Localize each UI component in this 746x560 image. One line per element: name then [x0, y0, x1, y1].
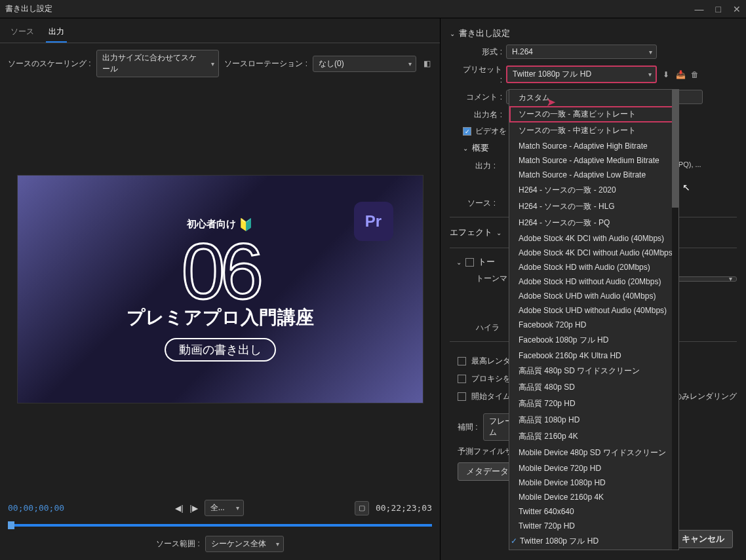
interpolation-label: 補間 :: [458, 422, 478, 433]
step-back-icon[interactable]: ◀|: [175, 504, 183, 513]
tone-checkbox[interactable]: [465, 258, 474, 267]
step-forward-icon[interactable]: |▶: [190, 504, 198, 513]
left-panel: ソース 出力 ソースのスケーリング : 出力サイズに合わせてスケール ソースロー…: [0, 18, 441, 560]
preset-option[interactable]: Twitter 640x640: [509, 504, 678, 519]
crop-icon[interactable]: ◧: [422, 58, 432, 69]
maximize-button[interactable]: □: [716, 4, 721, 14]
source-controls-row: ソースのスケーリング : 出力サイズに合わせてスケール ソースローテーション :…: [0, 43, 440, 84]
tab-output[interactable]: 出力: [46, 24, 67, 43]
output-summary-label: 出力 :: [463, 159, 496, 172]
highlight-label: ハイラ: [476, 322, 500, 333]
preset-option[interactable]: H264 - ソースの一致 - HLG: [509, 198, 678, 215]
tab-source[interactable]: ソース: [8, 24, 37, 43]
dropdown-scrollbar-thumb[interactable]: [672, 90, 678, 208]
window-title: 書き出し設定: [5, 3, 695, 14]
preset-option[interactable]: ソースの一致 - 中速ビットレート: [509, 122, 678, 139]
comment-label: コメント :: [463, 92, 502, 103]
preset-option[interactable]: Twitter 1080p フル HD: [509, 533, 678, 550]
range-label: ソース範囲 :: [156, 538, 200, 550]
max-render-label: 最高レンダ: [471, 356, 511, 367]
preview-area: Pr 初心者向け🔰 06 プレミアプロ入門講座 動画の書き出し: [0, 84, 440, 495]
cancel-button[interactable]: キャンセル: [673, 530, 733, 548]
timeline-controls: 00;00;00;00 ◀| |▶ 全... ▢ 00;22;23;03: [0, 495, 440, 521]
source-summary-label: ソース :: [463, 196, 496, 209]
range-row: ソース範囲 : シーケンス全体: [0, 532, 440, 560]
format-select[interactable]: H.264: [506, 45, 657, 59]
course-title: プレミアプロ入門講座: [127, 305, 314, 330]
proxy-checkbox[interactable]: [458, 375, 466, 383]
close-button[interactable]: ✕: [733, 4, 741, 14]
preset-option[interactable]: Mobile Device 1080p HD: [509, 476, 678, 490]
export-settings-header[interactable]: ⌄ 書き出し設定: [450, 25, 737, 42]
window-controls: — □ ✕: [695, 4, 741, 14]
preset-option[interactable]: Match Source - Adaptive Low Bitrate: [509, 168, 678, 182]
titlebar: 書き出し設定 — □ ✕: [0, 0, 746, 18]
preset-option[interactable]: Mobile Device 480p SD ワイドスクリーン: [509, 445, 678, 461]
preset-option[interactable]: Facebook 720p HD: [509, 318, 678, 332]
output-name-label: 出力名 :: [463, 109, 502, 121]
dropdown-scrollbar[interactable]: [672, 90, 678, 550]
only-render-label: のみレンダリング: [674, 391, 737, 402]
preset-option[interactable]: カスタム: [509, 90, 678, 106]
lesson-number: 06: [182, 232, 258, 310]
preset-option[interactable]: Adobe Stock UHD with Audio (40Mbps): [509, 289, 678, 303]
preset-dropdown-list[interactable]: カスタムソースの一致 - 高速ビットレートソースの一致 - 中速ビットレートMa…: [509, 89, 679, 550]
preview-image: Pr 初心者向け🔰 06 プレミアプロ入門講座 動画の書き出し: [17, 175, 423, 403]
format-label: 形式 :: [463, 47, 502, 58]
preset-option[interactable]: Adobe Stock 4K DCI with Audio (40Mbps): [509, 231, 678, 246]
preset-option[interactable]: Adobe Stock HD without Audio (20Mbps): [509, 274, 678, 289]
preset-option[interactable]: 高品質 480p SD ワイドスクリーン: [509, 363, 678, 379]
minimize-button[interactable]: —: [695, 4, 704, 14]
chevron-down-icon: ⌄: [450, 30, 455, 37]
preset-option[interactable]: Match Source - Adaptive Medium Bitrate: [509, 153, 678, 168]
preset-option[interactable]: Mobile Device 2160p 4K: [509, 490, 678, 504]
chevron-down-icon: ⌄: [456, 259, 461, 266]
preset-option[interactable]: ソースの一致 - 高速ビットレート: [509, 106, 678, 122]
preset-option[interactable]: 高品質 2160p 4K: [509, 428, 678, 445]
timeline-thumb[interactable]: [8, 521, 14, 529]
preset-option[interactable]: Adobe Stock 4K DCI without Audio (40Mbps…: [509, 246, 678, 260]
video-checkbox[interactable]: ✓: [463, 127, 471, 136]
preset-option[interactable]: H264 - ソースの一致 - 2020: [509, 182, 678, 198]
preset-option[interactable]: Mobile Device 720p HD: [509, 461, 678, 476]
preset-option[interactable]: 高品質 1080p HD: [509, 412, 678, 428]
preset-label: プリセット :: [463, 64, 502, 84]
start-tc-checkbox[interactable]: [458, 392, 466, 401]
timecode-end: 00;22;23;03: [376, 503, 432, 513]
video-check-label: ビデオを: [475, 126, 507, 137]
preview-tabs: ソース 出力: [0, 18, 440, 43]
preset-option[interactable]: Match Source - Adaptive High Bitrate: [509, 139, 678, 153]
preset-option[interactable]: Adobe Stock UHD without Audio (40Mbps): [509, 303, 678, 318]
save-preset-icon[interactable]: ⬇: [661, 69, 671, 80]
timecode-start[interactable]: 00;00;00;00: [8, 503, 64, 513]
chevron-down-icon: ⌄: [496, 229, 501, 236]
timeline-slider[interactable]: [8, 524, 432, 527]
preset-option[interactable]: Facebook 1080p フル HD: [509, 332, 678, 348]
preset-select[interactable]: Twitter 1080p フル HD: [506, 65, 657, 83]
preset-option[interactable]: Twitter 720p HD: [509, 519, 678, 533]
import-preset-icon[interactable]: 📥: [675, 69, 686, 80]
max-render-checkbox[interactable]: [458, 357, 466, 365]
tone-match-select[interactable]: [671, 276, 737, 282]
preset-option[interactable]: Adobe Stock HD with Audio (20Mbps): [509, 260, 678, 274]
aspect-icon[interactable]: ▢: [355, 501, 369, 515]
preset-option[interactable]: H264 - ソースの一致 - PQ: [509, 215, 678, 231]
fit-select[interactable]: 全...: [205, 500, 244, 516]
export-title-badge: 動画の書き出し: [165, 338, 276, 362]
chevron-down-icon: ⌄: [463, 145, 468, 152]
delete-preset-icon[interactable]: 🗑: [690, 69, 700, 80]
preset-option[interactable]: 高品質 480p SD: [509, 379, 678, 396]
preset-option[interactable]: 高品質 720p HD: [509, 396, 678, 412]
rotation-select[interactable]: なし(0): [313, 56, 416, 72]
preset-option[interactable]: Facebook 2160p 4K Ultra HD: [509, 348, 678, 363]
rotation-label: ソースローテーション :: [224, 58, 307, 69]
range-select[interactable]: シーケンス全体: [205, 536, 284, 552]
scaling-label: ソースのスケーリング :: [8, 58, 91, 69]
scaling-select[interactable]: 出力サイズに合わせてスケール: [96, 50, 220, 77]
